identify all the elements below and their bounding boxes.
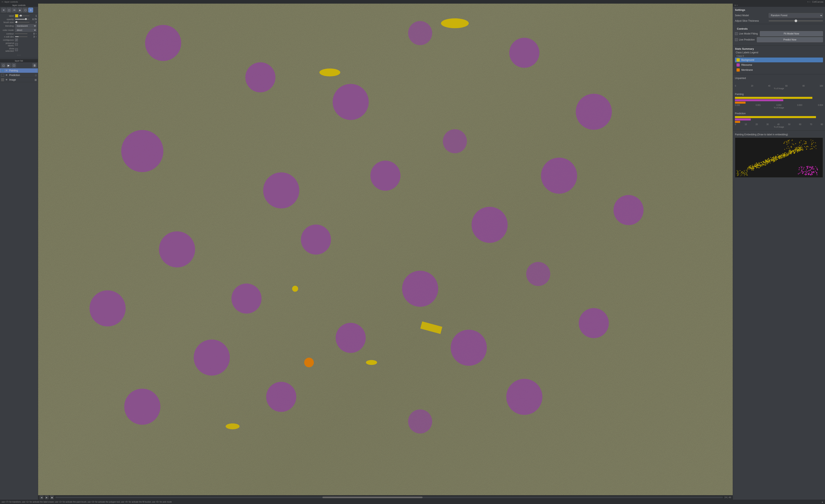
unpainted-chart-section: Unpainted 020406080100 % of Image (733, 75, 825, 91)
canvas-image[interactable] (38, 4, 733, 495)
n-edit-dim-increment[interactable]: + (35, 35, 37, 38)
layer-item-prediction[interactable]: 👁 Prediction ◇ (0, 73, 38, 78)
svg-point-8 (443, 129, 467, 153)
svg-point-19 (526, 262, 550, 286)
label-slider[interactable] (19, 15, 29, 16)
prediction-bar-background (735, 116, 816, 118)
painting-chart-label: Painting (735, 93, 823, 96)
svg-line-36 (94, 367, 372, 456)
svg-point-21 (335, 323, 366, 353)
svg-point-15 (613, 195, 644, 225)
eye-icon-image[interactable]: 👁 (5, 78, 8, 81)
slice-thickness-slider[interactable] (769, 20, 823, 21)
layer-item-image[interactable]: 👁 Image ▦ (0, 78, 38, 82)
layer-icon-image: ▦ (34, 78, 37, 81)
bucket-tool[interactable]: ◻ (7, 8, 11, 12)
n-edit-dim-slider[interactable] (15, 36, 27, 37)
label-value: 1 (30, 15, 37, 17)
layer-lasso-tool[interactable]: ⬡ (12, 63, 16, 68)
model-select[interactable]: Random Forest Neural Network SVM (769, 13, 823, 18)
svg-point-20 (194, 339, 230, 375)
contiguous-checkbox[interactable]: ✓ (15, 38, 18, 41)
brush-tool[interactable]: ✏ (12, 8, 17, 12)
layer-lock-painting: ◇ (35, 69, 37, 72)
live-prediction-checkbox[interactable] (735, 38, 738, 41)
svg-point-23 (579, 308, 609, 338)
color-mode-label: color mode: (1, 29, 14, 31)
right-panel-controls[interactable]: × ○ (735, 4, 738, 6)
controls-title: Controls (735, 26, 823, 31)
fit-model-now-btn[interactable]: Fit Model Now (760, 31, 823, 36)
right-panel: × ○ Settings Select Model Random Forest … (733, 4, 825, 500)
svg-point-12 (159, 231, 195, 267)
svg-point-22 (451, 330, 487, 366)
svg-point-13 (301, 225, 331, 255)
svg-point-14 (471, 207, 508, 243)
controls-section: Controls Live Model Fitting Fit Model No… (733, 25, 825, 45)
painting-chart-section: Painting 0.0000.0010.0020.0030.004 % of … (733, 91, 825, 110)
legend-item-membrane[interactable]: Membrane (735, 68, 823, 72)
layer-select-tool[interactable]: ◻ (1, 63, 6, 68)
contour-value: 0 (28, 32, 35, 35)
painting-axis-label: % of Image (735, 107, 823, 109)
preserve-labels-checkbox[interactable] (15, 43, 18, 46)
status-hint: use <7> for transform, use <1> for activ… (2, 501, 172, 503)
layer-list-toolbar: ◻ ▶ ⬡ 🗑 (0, 62, 38, 68)
polygon-tool[interactable]: ⬡ (23, 8, 28, 12)
label-control: label: 1 (1, 14, 37, 17)
color-mode-select[interactable]: direct cycle (15, 28, 37, 32)
opacity-slider[interactable] (15, 19, 29, 20)
canvas-play-btn[interactable]: ▶ (45, 496, 49, 499)
eye-icon-prediction[interactable]: 👁 (5, 74, 8, 77)
n-edit-dim-value: 3 (28, 35, 35, 38)
live-model-fitting-checkbox[interactable] (735, 32, 738, 35)
embedding-canvas[interactable]: // This won't run as inline SVG script, … (735, 138, 823, 178)
canvas-bottom-bar: ◀ ▶ ◼ 24 | 49 (38, 495, 733, 500)
canvas-scrollbar[interactable] (55, 497, 723, 498)
embedding-section: Painting Embedding (Draw to label in emb… (733, 132, 825, 179)
svg-point-3 (408, 21, 432, 45)
n-edit-dim-label: n edit dim: (1, 35, 14, 38)
class-0-header: Class 0 (737, 55, 823, 57)
layer-name-image: Image (9, 78, 33, 81)
dots-menu[interactable]: ··· (0, 53, 38, 57)
show-selected-label: show selected: (1, 47, 14, 52)
canvas-prev-btn[interactable]: ◀ (40, 496, 43, 499)
brush-size-slider[interactable] (15, 22, 29, 23)
svg-point-1 (145, 25, 181, 61)
transform-tool[interactable]: ✕ (1, 8, 6, 12)
eye-icon-painting[interactable]: 👁 (5, 69, 8, 72)
toolbar: ✕ ◻ ✏ ◈ ⬡ ✛ (0, 7, 38, 13)
right-title: CellCanvas (812, 1, 823, 3)
layer-delete-btn[interactable]: 🗑 (32, 63, 37, 68)
eraser-tool[interactable]: ◈ (17, 8, 22, 12)
layer-controls-header: layer controls (0, 4, 38, 7)
live-prediction-label[interactable]: Live Prediction (735, 38, 755, 41)
contour-control: contour: 0 + (1, 32, 37, 35)
live-model-fitting-label[interactable]: Live Model Fitting (735, 32, 758, 35)
predict-now-btn[interactable]: Predict Now (757, 37, 823, 42)
main-content: layer controls ✕ ◻ ✏ ◈ ⬡ ✛ label: 1 opac… (0, 4, 825, 500)
svg-point-7 (121, 130, 163, 172)
svg-point-29 (319, 69, 340, 76)
svg-point-4 (333, 84, 369, 120)
layer-item-painting[interactable]: 👁 Painting ◇ (0, 68, 38, 73)
unpainted-axis: 020406080100 (735, 85, 823, 87)
show-selected-checkbox[interactable] (15, 48, 18, 51)
legend-item-background[interactable]: Background (735, 58, 823, 62)
canvas-stop-btn[interactable]: ◼ (50, 496, 54, 499)
right-window-controls[interactable]: × ○ (807, 1, 811, 3)
blending-select[interactable]: translucent opaque additive (15, 24, 37, 28)
painting-bars (735, 96, 823, 104)
color-mode-control: color mode: direct cycle (1, 28, 37, 32)
prediction-bar-ribosome (735, 118, 751, 120)
left-window-controls[interactable]: × ○ (2, 1, 5, 3)
layer-paint-tool[interactable]: ▶ (6, 63, 11, 68)
label-color-swatch[interactable] (15, 14, 18, 17)
select-model-label: Select Model (735, 14, 767, 17)
move-tool[interactable]: ✛ (28, 8, 33, 12)
painting-bar-ribosome (735, 99, 783, 101)
contour-increment[interactable]: + (35, 32, 37, 35)
legend-item-ribosome[interactable]: Ribosome (735, 63, 823, 67)
contour-slider[interactable] (15, 33, 27, 34)
